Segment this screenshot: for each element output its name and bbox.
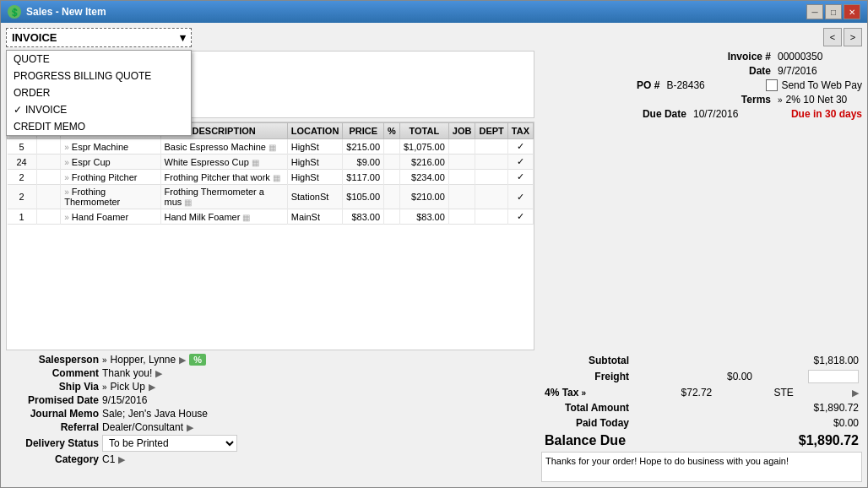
cell-price: $83.00 (343, 209, 384, 225)
cell-dept (475, 155, 507, 170)
bottom-section: Salesperson » Hopper, Lynne ▶ % Comment … (6, 354, 862, 482)
col-dept: DEPT (475, 123, 507, 139)
cell-price: $105.00 (343, 185, 384, 209)
dropdown-option-invoice[interactable]: ✓ INVOICE (7, 101, 191, 118)
subtotal-label: Subtotal (545, 355, 629, 366)
cell-item: » Espr Cup (61, 155, 160, 170)
due-date-label: Due Date (619, 108, 686, 120)
col-tax: TAX (507, 123, 533, 139)
cell-item: » Hand Foamer (61, 209, 160, 225)
dropdown-selected-value: INVOICE (12, 31, 57, 44)
cell-pct (384, 139, 400, 155)
salesperson-arrow-icon[interactable]: ▶ (179, 355, 186, 366)
nav-next-button[interactable]: > (844, 28, 862, 46)
cell-tax: ✓ (507, 155, 533, 170)
title-bar: 💲 Sales - New Item ─ □ ✕ (1, 1, 867, 23)
journal-memo-value: Sale; Jen's Java House (102, 408, 208, 420)
invoice-info: Invoice # 00000350 Date 9/7/2016 PO # B-… (541, 51, 862, 120)
cell-ship: 1 (8, 209, 37, 225)
cell-price: $215.00 (343, 139, 384, 155)
cell-price: $9.00 (343, 155, 384, 170)
col-total: TOTAL (399, 123, 448, 139)
referral-arrow-icon[interactable]: ▶ (187, 422, 193, 433)
terms-row: Terms » 2% 10 Net 30 (541, 94, 862, 106)
po-row: PO # B-28436 Send To Web Pay (541, 79, 862, 91)
cell-bo (36, 139, 61, 155)
cell-total: $1,075.00 (399, 139, 448, 155)
delivery-status-row: Delivery Status To be Printed (6, 435, 534, 452)
category-row: Category C1 ▶ (6, 453, 534, 465)
table-row[interactable]: 2 » Frothing Thermometer Frothing Thermo… (8, 185, 534, 209)
right-totals: Subtotal $1,818.00 Freight $0.00 4% Tax … (541, 354, 862, 482)
freight-input[interactable] (808, 370, 859, 383)
invoice-number-row: Invoice # 00000350 (541, 51, 862, 62)
invoice-date-value: 9/7/2016 (778, 65, 862, 77)
comment-arrow-icon[interactable]: ▶ (155, 368, 162, 379)
cell-description: Frothing Pitcher that work ▦ (160, 170, 287, 185)
due-date-row: Due Date 10/7/2016 Due in 30 days (541, 108, 862, 120)
dropdown-option-quote[interactable]: QUOTE (7, 51, 191, 68)
dropdown-trigger[interactable]: INVOICE ▾ (6, 28, 192, 47)
nav-prev-button[interactable]: < (823, 28, 842, 46)
cell-ship: 2 (8, 185, 37, 209)
terms-value: » 2% 10 Net 30 (778, 94, 862, 106)
category-arrow-icon[interactable]: ▶ (118, 454, 125, 465)
dropdown-option-order[interactable]: ORDER (7, 84, 191, 101)
cell-tax: ✓ (507, 185, 533, 209)
tax-code: STE (773, 387, 793, 399)
ship-via-value: Pick Up (111, 381, 145, 393)
table-row[interactable]: 2 » Frothing Pitcher Frothing Pitcher th… (8, 170, 534, 185)
due-in-text: Due in 30 days (791, 108, 862, 120)
comment-row: Comment Thank you! ▶ (6, 367, 534, 379)
freight-value: $0.00 (685, 371, 752, 382)
cell-pct (384, 209, 400, 225)
cell-tax: ✓ (507, 139, 533, 155)
tax-arrow-icon[interactable]: ▶ (852, 388, 859, 399)
col-price: PRICE (343, 123, 384, 139)
table-row[interactable]: 5 » Espr Machine Basic Espresso Machine … (8, 139, 534, 155)
ship-via-row: Ship Via » Pick Up ▶ (6, 381, 534, 393)
subtotal-value: $1,818.00 (791, 355, 859, 366)
cell-pct (384, 170, 400, 185)
close-button[interactable]: ✕ (844, 4, 860, 19)
cell-dept (475, 209, 507, 225)
col-job: JOB (448, 123, 475, 139)
window-controls: ─ □ ✕ (806, 4, 860, 19)
main-content: INVOICE ▾ QUOTE PROGRESS BILLING QUOTE O… (1, 23, 867, 487)
ship-via-arrow-icon[interactable]: ▶ (149, 382, 155, 393)
left-fields: Salesperson » Hopper, Lynne ▶ % Comment … (6, 354, 534, 482)
minimize-button[interactable]: ─ (806, 4, 823, 19)
invoice-date-row: Date 9/7/2016 (541, 65, 862, 77)
subtotal-row: Subtotal $1,818.00 (541, 354, 862, 367)
cell-tax: ✓ (507, 209, 533, 225)
table-row[interactable]: 1 » Hand Foamer Hand Milk Foamer ▦ MainS… (8, 209, 534, 225)
dropdown-option-progress-billing[interactable]: PROGRESS BILLING QUOTE (7, 68, 191, 84)
items-table: SHIP B/O ITEM NUMBER DESCRIPTION LOCATIO… (6, 122, 534, 350)
send-to-web-pay-checkbox[interactable] (766, 79, 778, 91)
title-bar-left: 💲 Sales - New Item (8, 5, 106, 19)
salesperson-value: Hopper, Lynne (111, 354, 176, 366)
cell-job (448, 209, 475, 225)
promised-date-row: Promised Date 9/15/2016 (6, 394, 534, 406)
top-row: INVOICE ▾ QUOTE PROGRESS BILLING QUOTE O… (6, 28, 862, 47)
cell-job (448, 155, 475, 170)
delivery-status-label: Delivery Status (6, 437, 99, 449)
table-row[interactable]: 24 » Espr Cup White Espresso Cup ▦ HighS… (8, 155, 534, 170)
delivery-status-select[interactable]: To be Printed (102, 435, 237, 452)
referral-value: Dealer/Consultant (102, 421, 183, 433)
dropdown-option-credit-memo[interactable]: CREDIT MEMO (7, 118, 191, 135)
tax-double-arrow: » (581, 388, 586, 398)
col-location: LOCATION (287, 123, 343, 139)
tax-label: 4% Tax » (545, 387, 586, 399)
cell-location: HighSt (287, 139, 343, 155)
total-amount-row: Total Amount $1,890.72 (541, 401, 862, 415)
document-type-dropdown[interactable]: INVOICE ▾ QUOTE PROGRESS BILLING QUOTE O… (6, 28, 192, 47)
cell-item: » Espr Machine (61, 139, 160, 155)
total-amount-label: Total Amount (545, 402, 629, 414)
cell-item: » Frothing Thermometer (61, 185, 160, 209)
app-icon: 💲 (8, 5, 21, 19)
terms-double-arrow: » (778, 95, 783, 105)
salesperson-double-arrow: » (102, 355, 107, 365)
maximize-button[interactable]: □ (825, 4, 842, 19)
cell-dept (475, 170, 507, 185)
